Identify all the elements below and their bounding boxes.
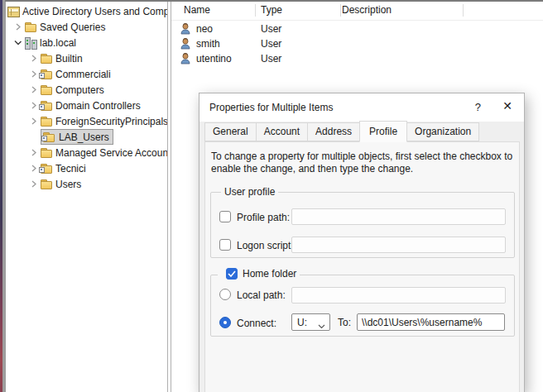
logon-script-input[interactable] xyxy=(291,237,506,253)
chevron-right-icon[interactable] xyxy=(11,23,25,31)
tree-item-label: Active Directory Users and Computers xyxy=(22,6,167,17)
tree-item-label: Tecnici xyxy=(55,163,86,174)
profile-path-input[interactable] xyxy=(291,208,506,225)
tree-item-saved-queries[interactable]: Saved Queries xyxy=(6,19,167,35)
tree-item-managed-service-accounts[interactable]: Managed Service Accounts xyxy=(6,145,167,160)
tab-profile[interactable]: Profile xyxy=(359,121,407,142)
dialog-titlebar: Properties for Multiple Items ? ✕ xyxy=(199,93,524,122)
folder-icon xyxy=(41,179,53,190)
chevron-right-icon[interactable] xyxy=(26,55,41,62)
tree-item-label: Users xyxy=(55,179,81,190)
column-header-type[interactable]: Type xyxy=(261,4,282,16)
tree-item-builtin[interactable]: Builtin xyxy=(6,50,167,66)
selected-tree-item-highlight[interactable]: LAB_Users xyxy=(41,129,113,145)
folder-icon xyxy=(41,116,53,127)
tree-item-domain-controllers[interactable]: Domain Controllers xyxy=(6,98,167,113)
home-folder-label: Home folder xyxy=(243,268,296,280)
user-icon xyxy=(180,52,191,67)
local-path-input[interactable] xyxy=(291,287,506,304)
user-profile-group: User profile Profile path: Logon script: xyxy=(210,192,515,258)
folder-icon xyxy=(41,147,53,159)
list-row-smith[interactable]: smith User xyxy=(171,36,543,51)
dialog-title: Properties for Multiple Items xyxy=(209,102,333,113)
to-label: To: xyxy=(338,317,351,328)
user-icon xyxy=(180,37,191,52)
profile-path-label: Profile path: xyxy=(237,212,290,223)
domain-icon xyxy=(25,37,37,49)
list-column-header: Name Type Description xyxy=(171,2,543,21)
tree-item-computers[interactable]: Computers xyxy=(6,82,167,98)
tree-item-foreign-security-principals[interactable]: ForeignSecurityPrincipals xyxy=(6,113,167,129)
list-cell-type: User xyxy=(261,53,281,65)
ou-folder-icon xyxy=(41,100,53,112)
chevron-down-icon[interactable] xyxy=(11,39,25,46)
connect-path-input[interactable] xyxy=(357,313,505,331)
list-cell-type: User xyxy=(261,38,281,50)
tree-item-label: Domain Controllers xyxy=(55,100,141,112)
tree-item-label: ForeignSecurityPrincipals xyxy=(55,116,167,127)
tree-item-users[interactable]: Users xyxy=(6,176,167,192)
chevron-right-icon[interactable] xyxy=(26,149,41,156)
ou-folder-icon xyxy=(41,163,53,174)
tree-item-label: Saved Queries xyxy=(40,22,105,33)
folder-icon xyxy=(41,53,53,65)
chevron-right-icon[interactable] xyxy=(26,180,41,188)
console-tree-pane: Active Directory Users and Computers Sav… xyxy=(6,2,167,392)
list-row-utentino[interactable]: utentino User xyxy=(171,51,543,66)
connect-radio[interactable] xyxy=(219,317,231,328)
drive-letter-value: U: xyxy=(297,317,307,328)
user-profile-group-label: User profile xyxy=(221,186,278,198)
properties-dialog: Properties for Multiple Items ? ✕ Genera… xyxy=(199,93,525,392)
tab-strip: General Account Address Profile Organiza… xyxy=(204,122,478,141)
tree-item-label: Commerciali xyxy=(55,69,111,80)
instruction-text: To change a property for multiple object… xyxy=(211,151,512,175)
logon-script-checkbox[interactable] xyxy=(219,239,231,251)
directory-root-icon xyxy=(7,7,20,17)
tree-item-label: Builtin xyxy=(55,53,83,65)
tree-item-label: Computers xyxy=(55,84,104,96)
help-icon[interactable]: ? xyxy=(475,101,481,113)
list-cell-name: utentino xyxy=(196,53,232,65)
tree-item-commerciali[interactable]: Commerciali xyxy=(6,66,167,82)
tab-general[interactable]: General xyxy=(204,122,257,141)
tree-item-label: lab.local xyxy=(40,37,76,49)
tab-account[interactable]: Account xyxy=(256,122,308,141)
chevron-right-icon[interactable] xyxy=(26,86,41,93)
ou-folder-icon xyxy=(43,131,55,143)
tree-item-tecnici[interactable]: Tecnici xyxy=(6,160,167,176)
local-path-radio[interactable] xyxy=(219,289,231,300)
connect-label: Connect: xyxy=(237,318,276,329)
logon-script-label: Logon script: xyxy=(237,240,294,251)
folder-icon xyxy=(25,22,37,33)
column-separator[interactable] xyxy=(255,4,256,17)
folder-icon xyxy=(41,84,53,96)
chevron-down-icon xyxy=(318,320,325,332)
list-cell-name: neo xyxy=(196,23,213,35)
home-folder-checkbox[interactable] xyxy=(226,268,238,280)
tree-item-label: LAB_Users xyxy=(59,131,109,143)
tree-item-lab-users[interactable]: LAB_Users xyxy=(6,129,167,145)
drive-letter-select[interactable]: U: xyxy=(291,313,330,331)
user-icon xyxy=(180,22,191,37)
tree-item-lab-local[interactable]: lab.local xyxy=(6,35,167,50)
tree-item-label: Managed Service Accounts xyxy=(55,147,167,159)
list-row-neo[interactable]: neo User xyxy=(171,22,543,36)
tab-address[interactable]: Address xyxy=(307,122,360,141)
ou-folder-icon xyxy=(41,69,53,80)
profile-path-checkbox[interactable] xyxy=(219,211,231,222)
chevron-right-icon[interactable] xyxy=(26,117,41,125)
profile-tab-page: To change a property for multiple object… xyxy=(204,141,520,392)
close-icon[interactable]: ✕ xyxy=(499,99,516,112)
column-separator[interactable] xyxy=(340,4,341,17)
tab-organization[interactable]: Organization xyxy=(406,122,479,141)
tree-item-root[interactable]: Active Directory Users and Computers xyxy=(6,3,167,19)
aduc-console-window: Active Directory Users and Computers Sav… xyxy=(0,0,543,392)
home-folder-header: Home folder xyxy=(218,268,300,280)
list-cell-name: smith xyxy=(196,38,220,50)
column-separator[interactable] xyxy=(463,4,464,17)
list-cell-type: User xyxy=(261,23,281,35)
home-folder-group: Home folder Local path: Connect: U: To: xyxy=(210,275,515,337)
local-path-label: Local path: xyxy=(237,289,286,301)
column-header-name[interactable]: Name xyxy=(184,4,210,16)
column-header-description[interactable]: Description xyxy=(342,4,392,16)
